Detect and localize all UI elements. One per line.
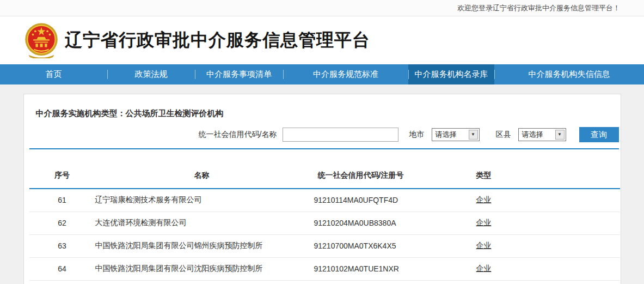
table-row: 63 中国铁路沈阳局集团有限公司锦州疾病预防控制所 91210700MA0TX6…	[29, 234, 620, 257]
col-header-name: 名称	[95, 149, 309, 189]
row-no: 65	[29, 280, 95, 284]
row-code: 91210602MA0TU9KY9D	[309, 280, 413, 284]
row-type-link[interactable]: 企业	[476, 264, 492, 273]
table-row: 62 大连优谱环境检测有限公司 91210204MA0UB8380A 企业	[29, 212, 620, 234]
row-code: 91210102MA0TUE1NXR	[309, 257, 413, 280]
row-type-link[interactable]: 企业	[476, 218, 492, 227]
chevron-down-icon[interactable]: ▼	[469, 130, 478, 140]
site-header: 辽宁省行政审批中介服务信息管理平台	[0, 16, 644, 64]
query-button[interactable]: 查询	[579, 127, 619, 142]
nav-item-standards[interactable]: 中介服务规范标准	[283, 64, 408, 84]
table-row: 64 中国铁路沈阳局集团有限公司沈阳疾病预防控制所 91210102MA0TUE…	[29, 257, 620, 280]
row-name: 中国铁路沈阳局集团有限公司沈阳疾病预防控制所	[95, 257, 309, 280]
nav-item-dishonesty-info[interactable]: 中介服务机构失信信息	[494, 64, 644, 84]
row-no: 62	[29, 212, 95, 234]
district-label: 区县	[496, 130, 511, 140]
page-title: 中介服务实施机构类型：公共场所卫生检测评价机构	[36, 108, 609, 119]
row-no: 63	[29, 234, 95, 257]
primary-nav: 首页 政策法规 中介服务事项清单 中介服务规范标准 中介服务机构名录库 中介服务…	[0, 64, 644, 84]
table-row: 65 丹东中蓝环境检测有限公司 91210602MA0TU9KY9D 企业	[29, 280, 620, 284]
col-header-type: 类型	[413, 149, 555, 189]
col-header-no: 序号	[29, 149, 95, 189]
row-code: 91210700MA0TX6K4X5	[309, 234, 413, 257]
row-type-link[interactable]: 企业	[476, 241, 492, 250]
row-name: 辽宁瑞康检测技术服务有限公司	[95, 189, 309, 212]
row-name: 丹东中蓝环境检测有限公司	[95, 280, 309, 284]
city-select-value: 请选择	[432, 130, 469, 140]
col-header-spacer	[555, 149, 620, 189]
welcome-text: 欢迎您登录辽宁省行政审批中介服务信息管理平台！	[457, 3, 620, 13]
nav-item-agency-directory[interactable]: 中介服务机构名录库	[408, 64, 494, 84]
city-select[interactable]: 请选择 ▼	[432, 128, 480, 141]
content-panel: 中介服务实施机构类型：公共场所卫生检测评价机构 统一社会信用代码/名称 地市 请…	[23, 94, 621, 284]
row-no: 61	[29, 189, 95, 212]
city-label: 地市	[409, 130, 425, 140]
site-title: 辽宁省行政审批中介服务信息管理平台	[65, 28, 370, 52]
chevron-down-icon[interactable]: ▼	[555, 130, 565, 140]
row-code: 91210114MA0UFQTF4D	[309, 189, 413, 212]
main-area: 中介服务实施机构类型：公共场所卫生检测评价机构 统一社会信用代码/名称 地市 请…	[0, 84, 644, 284]
row-name: 中国铁路沈阳局集团有限公司锦州疾病预防控制所	[95, 234, 309, 257]
row-code: 91210204MA0UB8380A	[309, 212, 413, 234]
nav-item-service-list[interactable]: 中介服务事项清单	[195, 64, 283, 84]
topbar: 欢迎您登录辽宁省行政审批中介服务信息管理平台！	[0, 0, 644, 16]
district-select-value: 请选择	[519, 130, 555, 140]
table-header-row: 序号 名称 统一社会信用代码/注册号 类型	[29, 149, 620, 189]
district-select[interactable]: 请选择 ▼	[518, 128, 566, 141]
national-emblem-icon	[24, 22, 58, 58]
table-row: 61 辽宁瑞康检测技术服务有限公司 91210114MA0UFQTF4D 企业	[29, 189, 620, 212]
row-type-link[interactable]: 企业	[476, 195, 492, 204]
code-name-input[interactable]	[283, 128, 398, 142]
nav-item-home[interactable]: 首页	[0, 64, 107, 84]
row-no: 64	[29, 257, 95, 280]
nav-item-policies[interactable]: 政策法规	[107, 64, 195, 84]
agency-table: 序号 名称 统一社会信用代码/注册号 类型 61 辽宁瑞康检测技术服务有限公司 …	[29, 149, 620, 284]
search-form: 统一社会信用代码/名称 地市 请选择 ▼ 区县 请选择 ▼ 查询	[24, 127, 621, 142]
code-name-label: 统一社会信用代码/名称	[199, 130, 277, 140]
row-name: 大连优谱环境检测有限公司	[95, 212, 309, 234]
col-header-code: 统一社会信用代码/注册号	[309, 149, 413, 189]
